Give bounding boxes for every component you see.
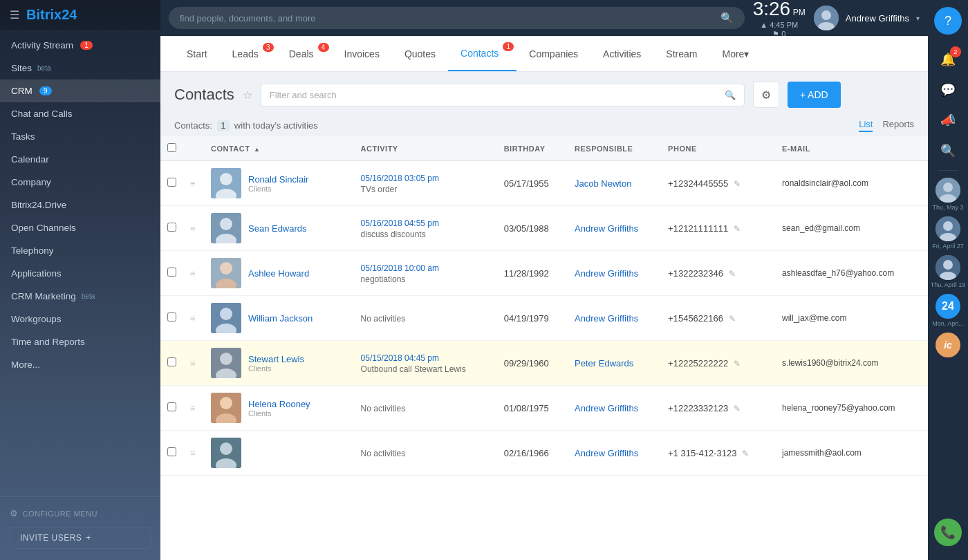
activity-link[interactable]: 05/16/2018 04:55 pm	[361, 218, 439, 228]
settings-button[interactable]: ⚙	[753, 82, 779, 108]
drag-handle-icon[interactable]: ≡	[190, 313, 196, 324]
add-button[interactable]: + ADD	[788, 82, 841, 108]
filter-bar[interactable]: 🔍	[261, 84, 745, 106]
row-checkbox[interactable]	[167, 447, 176, 456]
edit-phone-icon[interactable]: ✎	[729, 314, 736, 324]
sidebar-item-sites[interactable]: Sites beta	[0, 57, 160, 80]
row-birthday-cell: 05/17/1955	[497, 161, 568, 206]
megaphone-button[interactable]: 📣	[934, 106, 962, 134]
configure-menu-button[interactable]: ⚙ CONFIGURE MENU	[10, 504, 151, 523]
sidebar-item-chat[interactable]: Chat and Calls	[0, 102, 160, 125]
edit-phone-icon[interactable]: ✎	[729, 269, 736, 279]
chat-button[interactable]: 💬	[934, 76, 962, 104]
table-header-contact[interactable]: CONTACT ▲	[204, 136, 354, 161]
tab-deals[interactable]: Deals 4	[277, 37, 332, 71]
feed-item-3[interactable]: 24 Mon, Apri...	[932, 294, 964, 327]
feed-item-0[interactable]: Thu, May 3	[932, 178, 963, 211]
sidebar-item-applications[interactable]: Applications	[0, 262, 160, 285]
responsible-link[interactable]: Andrew Griffiths	[575, 403, 638, 413]
drag-handle-icon[interactable]: ≡	[190, 178, 196, 189]
responsible-link[interactable]: Andrew Griffiths	[575, 268, 638, 279]
table-header-responsible[interactable]: RESPONSIBLE	[568, 136, 661, 161]
sidebar-item-calendar[interactable]: Calendar	[0, 148, 160, 171]
sidebar-item-time-reports[interactable]: Time and Reports	[0, 330, 160, 353]
row-checkbox[interactable]	[167, 402, 176, 411]
tab-start[interactable]: Start	[174, 37, 220, 71]
tab-leads[interactable]: Leads 3	[220, 37, 277, 71]
drag-handle-icon[interactable]: ≡	[190, 448, 196, 458]
contact-name[interactable]: Sean Edwards	[248, 223, 307, 234]
sidebar-item-workgroups[interactable]: Workgroups	[0, 308, 160, 330]
notifications-button[interactable]: 🔔 2	[934, 46, 962, 73]
sidebar-item-company[interactable]: Company	[0, 171, 160, 194]
edit-phone-icon[interactable]: ✎	[734, 404, 741, 413]
sidebar-item-more[interactable]: More...	[0, 353, 160, 376]
responsible-link[interactable]: Jacob Newton	[575, 178, 631, 189]
dropdown-arrow-icon[interactable]: ▾	[916, 15, 920, 22]
sidebar-item-activity-stream[interactable]: Activity Stream 1	[0, 34, 160, 57]
edit-phone-icon[interactable]: ✎	[742, 449, 749, 458]
sidebar-item-crm[interactable]: CRM 9	[0, 80, 160, 102]
sidebar-item-label: More...	[11, 360, 40, 370]
help-button[interactable]: ?	[934, 7, 962, 35]
tab-quotes[interactable]: Quotes	[392, 37, 448, 71]
table-header-birthday[interactable]: BIRTHDAY	[497, 136, 568, 161]
activity-link[interactable]: 05/16/2018 03:05 pm	[361, 174, 439, 183]
row-checkbox[interactable]	[167, 312, 176, 321]
responsible-link[interactable]: Andrew Griffiths	[575, 223, 638, 234]
view-reports-option[interactable]: Reports	[882, 119, 914, 132]
contact-name[interactable]: Stewart Lewis	[248, 354, 304, 364]
table-header-email[interactable]: E-MAIL	[775, 136, 928, 161]
hamburger-icon[interactable]: ☰	[10, 8, 19, 21]
table-row: ≡ No activities 02/16/1966 Andrew Griffi…	[160, 431, 928, 476]
search-bar-container[interactable]: 🔍	[169, 7, 745, 29]
row-checkbox[interactable]	[167, 223, 176, 232]
invite-users-button[interactable]: INVITE USERS +	[10, 527, 151, 549]
avatar[interactable]	[814, 6, 839, 30]
sidebar-item-drive[interactable]: Bitrix24.Drive	[0, 194, 160, 216]
search-input[interactable]	[180, 13, 715, 24]
edit-phone-icon[interactable]: ✎	[734, 179, 741, 189]
tab-activities[interactable]: Activities	[590, 37, 653, 71]
drag-handle-icon[interactable]: ≡	[190, 223, 196, 234]
select-all-checkbox[interactable]	[167, 143, 176, 152]
star-icon[interactable]: ☆	[243, 88, 252, 102]
sidebar-item-telephony[interactable]: Telephony	[0, 239, 160, 262]
filter-input[interactable]	[270, 90, 719, 100]
feed-item-2[interactable]: Thu, April 19	[931, 255, 966, 288]
tab-more[interactable]: More ▾	[709, 37, 761, 71]
drag-handle-icon[interactable]: ≡	[190, 268, 196, 279]
sidebar-item-open-channels[interactable]: Open Channels	[0, 216, 160, 239]
feed-item-4[interactable]: ic	[936, 333, 960, 357]
table-header-activity[interactable]: ACTIVITY	[354, 136, 497, 161]
edit-phone-icon[interactable]: ✎	[734, 359, 741, 368]
responsible-link[interactable]: Andrew Griffiths	[575, 448, 638, 458]
view-list-option[interactable]: List	[859, 119, 873, 132]
contact-name[interactable]: Ronald Sinclair	[248, 174, 308, 185]
search-button[interactable]: 🔍	[934, 137, 962, 165]
activity-link[interactable]: 05/15/2018 04:45 pm	[361, 353, 439, 363]
drag-handle-icon[interactable]: ≡	[190, 358, 196, 368]
activity-link[interactable]: 05/16/2018 10:00 am	[361, 263, 439, 273]
contact-name[interactable]: Helena Rooney	[248, 399, 310, 409]
row-checkbox[interactable]	[167, 357, 176, 366]
feed-item-1[interactable]: Fri, April 27	[932, 216, 964, 250]
sidebar-item-tasks[interactable]: Tasks	[0, 125, 160, 148]
responsible-link[interactable]: Peter Edwards	[575, 358, 633, 368]
edit-phone-icon[interactable]: ✎	[734, 224, 741, 234]
svg-point-13	[220, 308, 232, 320]
contact-name[interactable]: Ashlee Howard	[248, 268, 309, 279]
responsible-link[interactable]: Andrew Griffiths	[575, 313, 638, 324]
phone-button[interactable]: 📞	[934, 519, 962, 546]
row-checkbox[interactable]	[167, 268, 176, 277]
tab-companies[interactable]: Companies	[516, 37, 590, 71]
sidebar-item-crm-marketing[interactable]: CRM Marketing beta	[0, 285, 160, 308]
tab-contacts[interactable]: Contacts 1	[448, 37, 516, 71]
contact-name[interactable]: William Jackson	[248, 313, 313, 324]
table-header-phone[interactable]: PHONE	[661, 136, 775, 161]
tab-invoices[interactable]: Invoices	[332, 37, 392, 71]
tab-stream[interactable]: Stream	[653, 37, 709, 71]
row-checkbox[interactable]	[167, 178, 176, 187]
drag-handle-icon[interactable]: ≡	[190, 403, 196, 413]
row-contact-cell: Ronald Sinclair Clients	[204, 161, 354, 206]
